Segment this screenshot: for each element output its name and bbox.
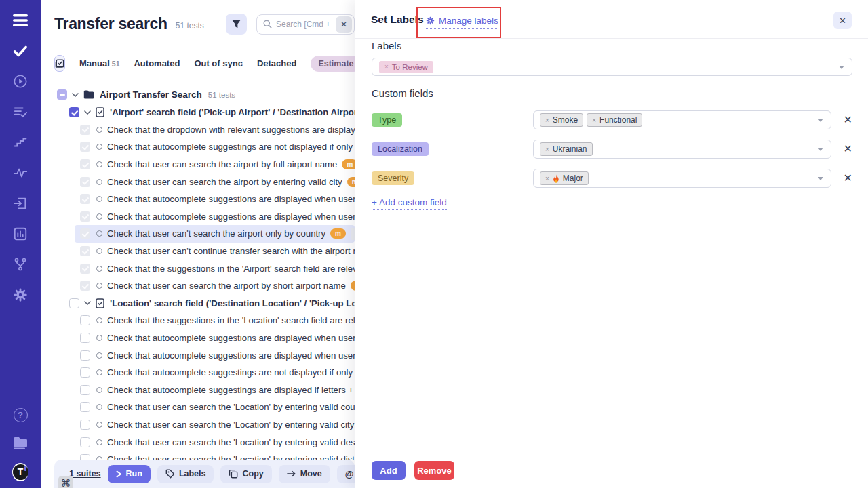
labels-select[interactable]: × To Review	[372, 58, 852, 76]
pulse-icon[interactable]	[12, 165, 28, 181]
panel-title: Set Labels	[371, 14, 424, 26]
suite-title: 'Location' search field ('Destination Lo…	[110, 298, 355, 308]
copy-button[interactable]: Copy	[220, 465, 271, 483]
test-row[interactable]: Check that user can search the 'Location…	[41, 451, 355, 460]
steps-icon[interactable]	[12, 134, 28, 150]
menu-icon[interactable]	[12, 12, 28, 28]
test-checkbox[interactable]	[80, 454, 90, 460]
test-checkbox[interactable]	[80, 315, 90, 325]
test-checkbox[interactable]	[80, 211, 90, 222]
field-select[interactable]: ×Smoke ×Functional	[533, 110, 831, 129]
tests-count: 51 tests	[176, 21, 204, 30]
search-input[interactable]: Search [Cmd + K] ✕	[256, 14, 355, 35]
test-checkbox[interactable]	[80, 367, 90, 378]
test-checkbox[interactable]	[80, 333, 90, 343]
test-title: Check that autocomplete suggestions are …	[107, 194, 355, 204]
test-row[interactable]: Check that autocomplete suggestions are …	[41, 329, 355, 347]
test-row[interactable]: Check that the suggestions in the 'Airpo…	[41, 260, 355, 277]
test-checkbox[interactable]	[80, 159, 90, 169]
test-row[interactable]: Check that autocomplete suggestings are …	[41, 138, 355, 156]
test-title: Check that autocomplete suggestings are …	[107, 367, 355, 378]
folder-row[interactable]: Airport Transfer Search 51 tests	[41, 85, 355, 104]
test-checkbox[interactable]	[80, 228, 90, 239]
test-row[interactable]: Check that autocomplete suggestings are …	[41, 364, 355, 382]
remove-tag-icon[interactable]: ×	[545, 117, 549, 124]
test-checkbox[interactable]	[80, 281, 90, 291]
test-checkbox[interactable]	[80, 194, 90, 204]
remove-tag-icon[interactable]: ×	[545, 146, 549, 153]
remove-field-button[interactable]: ✕	[844, 171, 852, 184]
add-button[interactable]: Add	[372, 461, 406, 480]
test-row[interactable]: Check that autocomplete suggestions are …	[41, 346, 355, 364]
test-checkbox[interactable]	[80, 177, 90, 187]
chevron-down-icon[interactable]	[84, 301, 91, 305]
close-button[interactable]: ✕	[833, 12, 852, 29]
chevron-down-icon[interactable]	[84, 110, 91, 115]
play-circle-icon[interactable]	[12, 73, 28, 89]
tab-manual[interactable]: Manual51	[79, 58, 119, 68]
test-row[interactable]: Check that user can't continue transfer …	[41, 243, 355, 260]
app-logo[interactable]: T	[12, 464, 28, 480]
test-row[interactable]: Check that user can search the airport b…	[41, 173, 355, 190]
selected-suites-link[interactable]: 1 suites	[69, 469, 101, 479]
remove-field-button[interactable]: ✕	[844, 142, 852, 155]
test-row[interactable]: Check that the dropdown with relevant su…	[41, 121, 355, 139]
remove-tag-icon[interactable]: ×	[384, 63, 389, 70]
status-circle-icon	[96, 214, 102, 220]
test-checkbox[interactable]	[80, 264, 90, 274]
test-row[interactable]: Check that user can search the 'Location…	[41, 433, 355, 451]
test-checkbox[interactable]	[80, 420, 90, 430]
move-button[interactable]: Move	[279, 465, 330, 483]
list-check-icon[interactable]	[12, 104, 28, 120]
field-tag: ×Ukrainian	[540, 142, 593, 156]
test-row[interactable]: Check that user can search the airport b…	[41, 277, 355, 295]
suite-checkbox[interactable]	[69, 298, 79, 308]
folders-icon[interactable]	[12, 435, 28, 451]
search-clear-button[interactable]: ✕	[336, 16, 352, 33]
remove-button[interactable]: Remove	[414, 461, 454, 480]
test-row[interactable]: Check that autocomplete suggestions are …	[41, 190, 355, 208]
suite-checkbox[interactable]	[69, 107, 79, 117]
bar-chart-icon[interactable]	[12, 226, 28, 242]
field-select[interactable]: × Major	[533, 169, 831, 188]
labels-button[interactable]: Labels	[157, 465, 214, 483]
gear-icon[interactable]	[12, 287, 28, 303]
suite-row[interactable]: 'Location' search field ('Destination Lo…	[41, 295, 355, 312]
import-icon[interactable]	[12, 195, 28, 211]
add-custom-field-link[interactable]: + Add custom field	[372, 197, 447, 210]
tab-automated[interactable]: Automated	[134, 58, 180, 68]
folder-checkbox[interactable]	[57, 89, 67, 100]
test-row[interactable]: Check that user can search the 'Location…	[41, 416, 355, 434]
remove-field-button[interactable]: ✕	[844, 113, 852, 126]
test-checkbox[interactable]	[80, 125, 90, 135]
tab-estimate[interactable]: Estimate	[311, 56, 361, 72]
test-row-selected[interactable]: Check that user can't search the airport…	[75, 225, 355, 243]
run-button[interactable]: Run	[108, 465, 151, 483]
status-circle-icon	[96, 283, 102, 289]
test-checkbox[interactable]	[80, 142, 90, 152]
select-all-button[interactable]	[54, 55, 65, 72]
branch-icon[interactable]	[12, 256, 28, 272]
test-checkbox[interactable]	[80, 350, 90, 361]
test-row[interactable]: Check that user can search the 'Location…	[41, 399, 355, 416]
panel-footer: Add Remove	[355, 458, 868, 488]
field-select[interactable]: ×Ukrainian	[533, 140, 831, 159]
remove-tag-icon[interactable]: ×	[545, 175, 549, 182]
tab-out-of-sync[interactable]: Out of sync	[194, 58, 243, 68]
test-checkbox[interactable]	[80, 437, 90, 447]
test-checkbox[interactable]	[80, 402, 90, 412]
tab-detached[interactable]: Detached	[257, 58, 297, 68]
tests-check-icon[interactable]	[12, 43, 28, 59]
remove-tag-icon[interactable]: ×	[592, 117, 596, 124]
test-row[interactable]: Check that user can search the airport b…	[41, 156, 355, 174]
test-checkbox[interactable]	[80, 246, 90, 256]
test-row[interactable]: Check that autocomplete suggestions are …	[41, 208, 355, 226]
help-icon[interactable]: ?	[12, 407, 28, 423]
suite-row[interactable]: 'Airport' search field ('Pick-up Airport…	[41, 104, 355, 121]
test-row[interactable]: Check that autocomplete suggestings are …	[41, 382, 355, 399]
keyboard-shortcuts-button[interactable]: ⌘	[58, 476, 73, 488]
chevron-down-icon[interactable]	[72, 93, 79, 97]
test-row[interactable]: Check that the suggestions in the 'Locat…	[41, 312, 355, 329]
test-checkbox[interactable]	[80, 385, 90, 395]
filter-button[interactable]	[226, 14, 247, 35]
